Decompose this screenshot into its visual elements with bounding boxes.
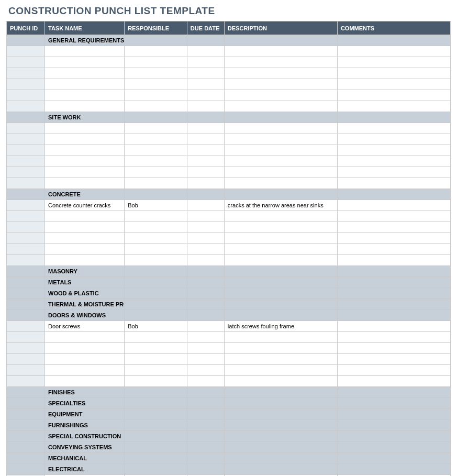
cell-punch-id[interactable] — [7, 321, 45, 332]
cell-task-name[interactable] — [45, 145, 125, 156]
cell-responsible[interactable] — [125, 398, 187, 409]
cell-due-date[interactable] — [187, 376, 224, 387]
cell-description[interactable] — [224, 387, 337, 398]
cell-responsible[interactable] — [125, 420, 187, 431]
cell-due-date[interactable] — [187, 46, 224, 57]
cell-punch-id[interactable] — [7, 343, 45, 354]
cell-responsible[interactable] — [125, 134, 187, 145]
cell-comments[interactable] — [337, 255, 450, 266]
cell-responsible[interactable]: Bob — [125, 200, 187, 211]
cell-description[interactable] — [224, 343, 337, 354]
cell-due-date[interactable] — [187, 211, 224, 222]
cell-punch-id[interactable] — [7, 431, 45, 442]
cell-due-date[interactable] — [187, 134, 224, 145]
cell-punch-id[interactable] — [7, 112, 45, 123]
cell-punch-id[interactable] — [7, 35, 45, 46]
cell-task-name[interactable]: ELECTRICAL — [45, 464, 125, 475]
cell-responsible[interactable] — [125, 332, 187, 343]
cell-due-date[interactable] — [187, 35, 224, 46]
cell-due-date[interactable] — [187, 332, 224, 343]
cell-comments[interactable] — [337, 79, 450, 90]
cell-comments[interactable] — [337, 123, 450, 134]
cell-due-date[interactable] — [187, 178, 224, 189]
cell-task-name[interactable] — [45, 244, 125, 255]
cell-punch-id[interactable] — [7, 145, 45, 156]
cell-description[interactable] — [224, 266, 337, 277]
cell-due-date[interactable] — [187, 123, 224, 134]
cell-task-name[interactable]: SITE WORK — [45, 112, 125, 123]
cell-punch-id[interactable] — [7, 266, 45, 277]
cell-task-name[interactable]: SPECIALTIES — [45, 398, 125, 409]
cell-task-name[interactable] — [45, 376, 125, 387]
cell-task-name[interactable] — [45, 222, 125, 233]
cell-punch-id[interactable] — [7, 189, 45, 200]
cell-comments[interactable] — [337, 68, 450, 79]
cell-due-date[interactable] — [187, 420, 224, 431]
cell-description[interactable] — [224, 57, 337, 68]
cell-punch-id[interactable] — [7, 233, 45, 244]
cell-due-date[interactable] — [187, 167, 224, 178]
cell-task-name[interactable]: Door screws — [45, 321, 125, 332]
cell-description[interactable] — [224, 145, 337, 156]
cell-comments[interactable] — [337, 46, 450, 57]
cell-description[interactable] — [224, 178, 337, 189]
cell-description[interactable] — [224, 123, 337, 134]
cell-comments[interactable] — [337, 354, 450, 365]
cell-responsible[interactable] — [125, 189, 187, 200]
cell-description[interactable] — [224, 310, 337, 321]
cell-comments[interactable] — [337, 90, 450, 101]
cell-responsible[interactable] — [125, 343, 187, 354]
cell-punch-id[interactable] — [7, 68, 45, 79]
cell-task-name[interactable]: CONVEYING SYSTEMS — [45, 442, 125, 453]
cell-due-date[interactable] — [187, 288, 224, 299]
cell-task-name[interactable]: Concrete counter cracks — [45, 200, 125, 211]
cell-comments[interactable] — [337, 398, 450, 409]
cell-due-date[interactable] — [187, 354, 224, 365]
cell-task-name[interactable] — [45, 233, 125, 244]
cell-description[interactable] — [224, 255, 337, 266]
cell-due-date[interactable] — [187, 321, 224, 332]
cell-comments[interactable] — [337, 387, 450, 398]
cell-punch-id[interactable] — [7, 178, 45, 189]
cell-due-date[interactable] — [187, 101, 224, 112]
cell-task-name[interactable] — [45, 178, 125, 189]
cell-comments[interactable] — [337, 332, 450, 343]
cell-responsible[interactable] — [125, 299, 187, 310]
cell-comments[interactable] — [337, 145, 450, 156]
cell-description[interactable] — [224, 79, 337, 90]
cell-punch-id[interactable] — [7, 90, 45, 101]
cell-responsible[interactable] — [125, 288, 187, 299]
cell-comments[interactable] — [337, 222, 450, 233]
cell-task-name[interactable]: MECHANICAL — [45, 453, 125, 464]
cell-responsible[interactable] — [125, 453, 187, 464]
cell-comments[interactable] — [337, 101, 450, 112]
cell-due-date[interactable] — [187, 398, 224, 409]
cell-task-name[interactable] — [45, 90, 125, 101]
cell-comments[interactable] — [337, 310, 450, 321]
cell-comments[interactable] — [337, 35, 450, 46]
cell-responsible[interactable] — [125, 442, 187, 453]
cell-task-name[interactable]: FURNISHINGS — [45, 420, 125, 431]
cell-due-date[interactable] — [187, 57, 224, 68]
cell-responsible[interactable] — [125, 409, 187, 420]
cell-punch-id[interactable] — [7, 222, 45, 233]
cell-comments[interactable] — [337, 288, 450, 299]
cell-comments[interactable] — [337, 233, 450, 244]
cell-punch-id[interactable] — [7, 442, 45, 453]
cell-description[interactable] — [224, 90, 337, 101]
cell-due-date[interactable] — [187, 79, 224, 90]
cell-responsible[interactable] — [125, 156, 187, 167]
cell-punch-id[interactable] — [7, 464, 45, 475]
cell-description[interactable] — [224, 233, 337, 244]
cell-task-name[interactable] — [45, 354, 125, 365]
cell-task-name[interactable]: DOORS & WINDOWS — [45, 310, 125, 321]
cell-description[interactable] — [224, 398, 337, 409]
cell-task-name[interactable] — [45, 332, 125, 343]
cell-responsible[interactable] — [125, 233, 187, 244]
cell-task-name[interactable] — [45, 365, 125, 376]
cell-task-name[interactable]: METALS — [45, 277, 125, 288]
cell-comments[interactable] — [337, 178, 450, 189]
cell-task-name[interactable]: SPECIAL CONSTRUCTION — [45, 431, 125, 442]
cell-due-date[interactable] — [187, 200, 224, 211]
cell-responsible[interactable] — [125, 57, 187, 68]
